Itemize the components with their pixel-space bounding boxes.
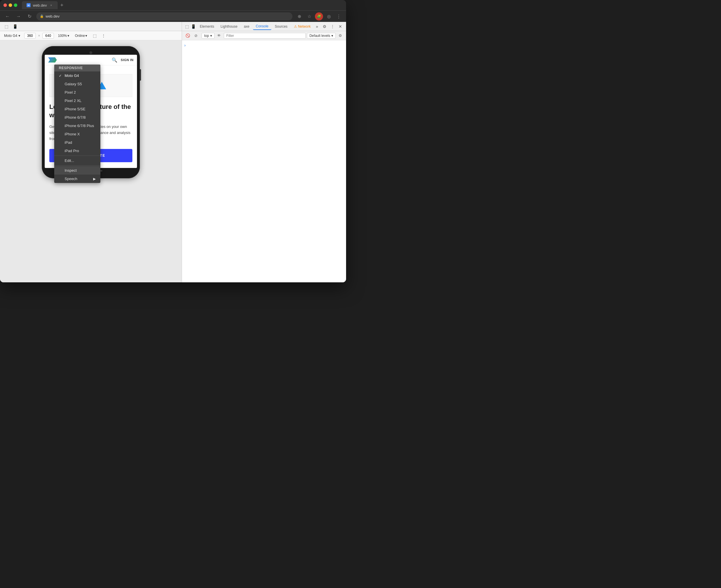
zoom-value: 100% bbox=[58, 34, 67, 38]
dropdown-item-label: Pixel 2 XL bbox=[65, 99, 82, 103]
dropdown-item-label: Moto G4 bbox=[65, 74, 79, 78]
inspect-element-button[interactable]: ⬚ bbox=[2, 22, 11, 30]
height-input[interactable] bbox=[42, 33, 54, 39]
tab-bar: W web.dev × + bbox=[22, 1, 343, 9]
default-levels-label: Default levels bbox=[309, 34, 330, 38]
maximize-button[interactable] bbox=[14, 3, 17, 7]
dimension-separator: × bbox=[38, 34, 40, 38]
main-area: ⬚ 📱 Moto G4 ▾ × 100% ▾ Online ▾ bbox=[0, 22, 346, 282]
tab-close-button[interactable]: × bbox=[49, 3, 53, 7]
tab-lighthouse[interactable]: Lighthouse bbox=[218, 23, 241, 30]
context-value: top bbox=[204, 34, 209, 38]
device-selector[interactable]: Moto G4 ▾ bbox=[2, 33, 22, 38]
dropdown-item-iphone-5se[interactable]: iPhone 5/SE bbox=[54, 105, 100, 113]
devtools-inspect-button[interactable]: ⬚ bbox=[184, 22, 190, 30]
default-levels-chevron-icon: ▾ bbox=[332, 34, 333, 38]
device-name: Moto G4 bbox=[4, 34, 17, 38]
devtools-options-button[interactable]: ⋮ bbox=[329, 23, 336, 30]
tab-console[interactable]: Console bbox=[253, 23, 272, 30]
capture-screenshot-button[interactable]: ⬚ bbox=[91, 32, 98, 39]
width-input[interactable] bbox=[24, 33, 36, 39]
dropdown-item-label: iPhone 6/7/8 bbox=[65, 115, 86, 120]
dropdown-item-pixel-2-xl[interactable]: Pixel 2 XL bbox=[54, 97, 100, 105]
devtools-device-button[interactable]: 📱 bbox=[191, 22, 196, 30]
speech-submenu-arrow-icon: ▶ bbox=[93, 177, 96, 181]
extension-button[interactable]: 🧩 bbox=[315, 13, 323, 20]
dropdown-item-ipad[interactable]: iPad bbox=[54, 138, 100, 147]
dropdown-item-speech[interactable]: Speech ▶ bbox=[54, 174, 100, 183]
responsive-bar: Moto G4 ▾ × 100% ▾ Online ▾ ⬚ ⋮ bbox=[0, 31, 182, 40]
tab-favicon: W bbox=[26, 3, 31, 7]
devtools-close-button[interactable]: ✕ bbox=[337, 23, 344, 30]
console-clear-button[interactable]: 🚫 bbox=[184, 32, 191, 39]
devtools-settings-button[interactable]: ⚙ bbox=[321, 23, 328, 30]
device-dropdown-menu: Responsive ✓ Moto G4 Galaxy S5 Pixel 2 bbox=[54, 65, 100, 183]
nav-search-icon[interactable]: 🔍 bbox=[112, 57, 117, 63]
dropdown-item-iphone-678-plus[interactable]: iPhone 6/7/8 Plus bbox=[54, 122, 100, 130]
network-chevron-icon: ▾ bbox=[85, 34, 87, 38]
browser-tab[interactable]: W web.dev × bbox=[22, 1, 58, 9]
dropdown-item-edit[interactable]: Edit... bbox=[54, 156, 100, 165]
dropdown-item-iphone-678[interactable]: iPhone 6/7/8 bbox=[54, 113, 100, 122]
dropdown-item-label: Speech bbox=[65, 176, 77, 181]
check-icon: ✓ bbox=[59, 74, 63, 78]
minimize-button[interactable] bbox=[9, 3, 12, 7]
phone-camera bbox=[89, 51, 92, 54]
cast-button[interactable]: ⊕ bbox=[295, 13, 303, 20]
dropdown-item-label: Galaxy S5 bbox=[65, 82, 82, 86]
network-value: Online bbox=[75, 34, 85, 38]
dropdown-item-label: iPhone 6/7/8 Plus bbox=[65, 124, 94, 128]
phone-notch bbox=[45, 51, 137, 55]
traffic-lights bbox=[3, 3, 17, 7]
forward-button[interactable]: → bbox=[15, 13, 22, 20]
dropdown-section-responsive: Responsive bbox=[54, 65, 100, 71]
dropdown-item-moto-g4[interactable]: ✓ Moto G4 bbox=[54, 71, 100, 80]
device-chevron-icon: ▾ bbox=[18, 34, 20, 38]
dropdown-item-galaxy-s5[interactable]: Galaxy S5 bbox=[54, 80, 100, 88]
site-logo bbox=[48, 57, 60, 63]
console-eye-button[interactable]: 👁 bbox=[216, 32, 223, 39]
devtools-topbar: ⬚ 📱 bbox=[0, 22, 182, 31]
console-filter-input[interactable] bbox=[224, 33, 306, 39]
dropdown-item-label: iPad Pro bbox=[65, 149, 79, 153]
responsive-more-button[interactable]: ⋮ bbox=[100, 33, 107, 39]
dropdown-item-label: Inspect bbox=[65, 168, 77, 172]
dropdown-item-inspect[interactable]: Inspect bbox=[54, 166, 100, 174]
zoom-selector[interactable]: 100% ▾ bbox=[56, 33, 71, 38]
tab-sources[interactable]: Sources bbox=[272, 23, 291, 30]
nav-sign-in[interactable]: SIGN IN bbox=[121, 58, 134, 62]
menu-button[interactable]: ⋮ bbox=[335, 13, 343, 20]
dropdown-item-label: Pixel 2 bbox=[65, 90, 76, 94]
account-button[interactable]: ◎ bbox=[325, 13, 333, 20]
context-selector[interactable]: top ▾ bbox=[202, 33, 215, 39]
dropdown-item-ipad-pro[interactable]: iPad Pro bbox=[54, 147, 100, 155]
bookmark-button[interactable]: ☆ bbox=[305, 13, 313, 20]
refresh-icon: ↻ bbox=[28, 14, 32, 19]
address-input[interactable]: 🔒 web.dev bbox=[36, 13, 293, 20]
back-button[interactable]: ← bbox=[3, 13, 12, 20]
console-prompt-chevron[interactable]: › bbox=[184, 43, 186, 47]
tab-elements[interactable]: Elements bbox=[197, 23, 217, 30]
lock-icon: 🔒 bbox=[40, 15, 44, 18]
forward-icon: → bbox=[16, 14, 21, 19]
dropdown-item-iphone-x[interactable]: iPhone X bbox=[54, 130, 100, 138]
address-bar: ← → ↻ 🔒 web.dev ⊕ ☆ 🧩 ◎ ⋮ bbox=[0, 10, 346, 22]
dropdown-separator-1 bbox=[54, 155, 100, 156]
close-button[interactable] bbox=[3, 3, 7, 7]
url-display: web.dev bbox=[45, 14, 59, 18]
network-selector[interactable]: Online ▾ bbox=[73, 33, 89, 38]
devtools-more-tabs-button[interactable]: » bbox=[314, 23, 320, 30]
device-toolbar-button[interactable]: 📱 bbox=[11, 22, 19, 30]
dropdown-item-label: iPad bbox=[65, 140, 72, 145]
tab-network[interactable]: ⚠ Network bbox=[291, 23, 314, 30]
tab-axe[interactable]: axe bbox=[241, 23, 252, 30]
new-tab-button[interactable]: + bbox=[58, 1, 66, 9]
console-settings-button[interactable]: ⚙ bbox=[337, 32, 344, 39]
dropdown-item-pixel-2[interactable]: Pixel 2 bbox=[54, 88, 100, 97]
console-filter-button[interactable]: ⊘ bbox=[192, 32, 199, 39]
default-levels-selector[interactable]: Default levels ▾ bbox=[307, 33, 336, 39]
devtools-tabs-bar: ⬚ 📱 Elements Lighthouse axe Console Sour… bbox=[182, 22, 346, 31]
dropdown-item-label: iPhone X bbox=[65, 132, 80, 136]
refresh-button[interactable]: ↻ bbox=[25, 13, 34, 20]
window-chrome: W web.dev × + ← → ↻ 🔒 web.dev ⊕ ☆ 🧩 ◎ ⋮ bbox=[0, 0, 346, 282]
